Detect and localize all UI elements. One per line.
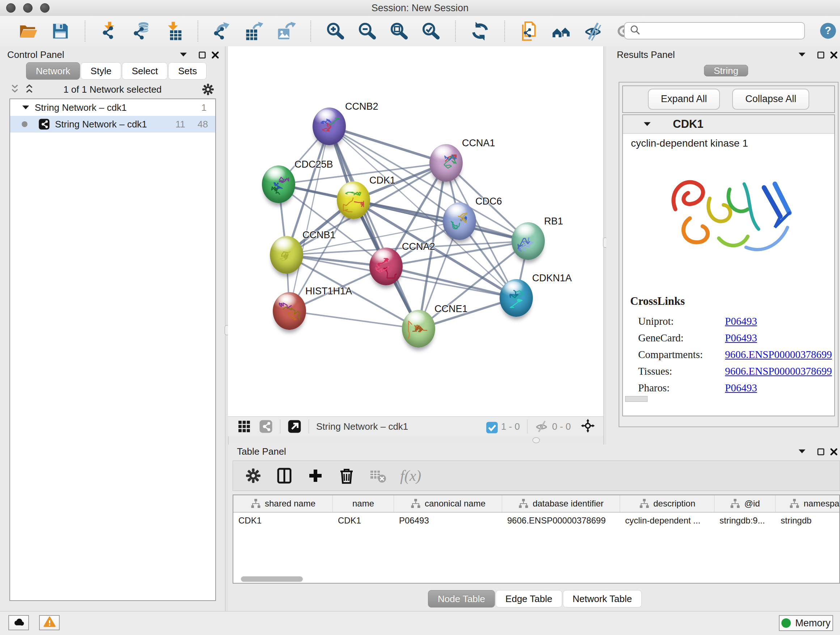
network-node-CCNB2[interactable] xyxy=(313,108,346,145)
tab-select[interactable]: Select xyxy=(122,62,167,80)
float-panel-icon[interactable] xyxy=(797,446,807,457)
crosslink-link[interactable]: 9606.ENSP00000378699 xyxy=(725,348,832,361)
restore-panel-icon[interactable] xyxy=(815,447,826,457)
table-panel: Table Panel f(x) shared namenamecanonica… xyxy=(228,445,840,611)
crosslink-link[interactable]: P06493 xyxy=(725,315,757,327)
zoom-selected-icon[interactable] xyxy=(421,21,441,41)
expand-all-button[interactable]: Expand All xyxy=(648,89,720,110)
column-header-canonical-name[interactable]: canonical name xyxy=(394,495,502,512)
crosslinks-title: CrossLinks xyxy=(630,295,832,308)
network-canvas[interactable]: CCNB2CCNA1CDC25BCDK1CDC6RB1CCNB1CCNA2CDK… xyxy=(228,46,603,416)
table-row[interactable]: CDK1CDK1P064939606.ENSP00000378699cyclin… xyxy=(233,513,839,529)
node-label-CCNB1: CCNB1 xyxy=(302,230,336,241)
column-label: name xyxy=(352,499,374,509)
gene-section: CDK1 cyclin-dependent kinase 1 CrossLink… xyxy=(622,114,835,416)
refresh-icon[interactable] xyxy=(470,21,490,41)
crosslinks-block: CrossLinks Uniprot: P06493GeneCard: P064… xyxy=(630,295,832,396)
memory-button[interactable]: Memory xyxy=(779,615,833,631)
network-node-CCNB1[interactable] xyxy=(270,236,303,274)
search-input[interactable] xyxy=(641,23,804,38)
network-node-CDK1[interactable] xyxy=(337,181,370,219)
function-builder-icon: f(x) xyxy=(400,467,421,485)
export-network-icon[interactable] xyxy=(213,21,232,41)
zoom-fit-icon[interactable] xyxy=(389,21,409,41)
node-label-CDK1: CDK1 xyxy=(369,175,395,186)
network-edges xyxy=(228,46,603,416)
column-header-name[interactable]: name xyxy=(333,495,394,512)
network-node-CDC25B[interactable] xyxy=(262,165,295,203)
search-field[interactable] xyxy=(624,22,805,40)
zoom-out-icon[interactable] xyxy=(357,21,377,41)
network-options-gear-icon[interactable] xyxy=(201,82,215,96)
help-button[interactable]: ? xyxy=(819,22,837,40)
import-database-icon[interactable] xyxy=(132,21,151,41)
tab-node-table[interactable]: Node Table xyxy=(428,590,495,608)
network-tree-row[interactable]: String Network – cdk1 1 xyxy=(10,99,215,116)
tab-style[interactable]: Style xyxy=(81,62,121,80)
show-columns-icon[interactable] xyxy=(276,467,293,485)
crosslink-link[interactable]: 9606.ENSP00000378699 xyxy=(725,365,832,377)
tab-network[interactable]: Network xyxy=(26,62,80,80)
table-settings-gear-icon[interactable] xyxy=(245,467,262,485)
svg-text:?: ? xyxy=(825,25,831,36)
export-image-icon[interactable] xyxy=(276,21,296,41)
column-header-shared-name[interactable]: shared name xyxy=(233,495,333,512)
horizontal-scrollbar[interactable] xyxy=(625,396,647,402)
column-header--id[interactable]: @id xyxy=(714,495,775,512)
float-panel-icon[interactable] xyxy=(797,49,807,60)
open-in-new-window-icon[interactable] xyxy=(287,420,302,433)
expander-icon[interactable] xyxy=(20,102,31,113)
network-node-CCNE1[interactable] xyxy=(402,310,435,348)
node-label-CCNB2: CCNB2 xyxy=(345,101,378,112)
import-table-icon[interactable] xyxy=(164,21,183,41)
tab-string[interactable]: String xyxy=(704,65,748,76)
gene-section-header[interactable]: CDK1 xyxy=(623,115,834,134)
crosslink-link[interactable]: P06493 xyxy=(725,382,757,394)
float-panel-icon[interactable] xyxy=(178,49,189,60)
zoom-in-icon[interactable] xyxy=(325,21,345,41)
network-node-HIST1H1A[interactable] xyxy=(273,292,306,330)
warnings-button[interactable] xyxy=(39,615,60,630)
collapse-section-icon[interactable] xyxy=(642,119,653,130)
export-table-icon[interactable] xyxy=(245,21,264,41)
restore-panel-icon[interactable] xyxy=(815,50,826,60)
add-column-icon[interactable] xyxy=(307,467,324,485)
tab-edge-table[interactable]: Edge Table xyxy=(496,590,562,608)
import-network-icon[interactable] xyxy=(100,21,119,41)
horizontal-splitter-handle[interactable] xyxy=(532,437,540,443)
save-session-icon[interactable] xyxy=(51,21,70,41)
close-panel-icon[interactable] xyxy=(829,447,839,457)
hidden-eye-slash-icon[interactable] xyxy=(535,420,548,433)
close-panel-icon[interactable] xyxy=(829,50,839,60)
control-panel-title: Control Panel xyxy=(7,49,65,60)
network-node-CCNA1[interactable] xyxy=(429,144,463,182)
birdseye-navigator-icon[interactable] xyxy=(581,419,596,434)
shared-column-icon xyxy=(639,498,650,509)
column-header-database-identifier[interactable]: database identifier xyxy=(502,495,620,512)
open-file-icon[interactable] xyxy=(19,21,38,41)
collapse-all-button[interactable]: Collapse All xyxy=(732,89,809,110)
hide-selected-icon[interactable] xyxy=(583,21,603,41)
table-horizontal-scrollbar[interactable] xyxy=(241,576,303,582)
first-neighbors-icon[interactable] xyxy=(551,21,571,41)
network-node-RB1[interactable] xyxy=(512,222,545,260)
network-badge-gray-icon[interactable] xyxy=(259,420,273,433)
network-tree-row[interactable]: String Network – cdk1 11 48 xyxy=(10,116,215,133)
crosslink-link[interactable]: P06493 xyxy=(725,332,757,344)
close-panel-icon[interactable] xyxy=(210,50,221,60)
network-node-CCNA2[interactable] xyxy=(369,248,403,285)
restore-panel-icon[interactable] xyxy=(197,50,208,60)
tab-network-table[interactable]: Network Table xyxy=(563,590,642,608)
selected-checkbox-icon[interactable] xyxy=(485,421,497,432)
show-grid-icon[interactable] xyxy=(237,420,251,433)
tab-sets[interactable]: Sets xyxy=(168,62,207,80)
column-label: namespace xyxy=(804,499,840,509)
cloud-status-button[interactable] xyxy=(8,615,29,630)
column-header-description[interactable]: description xyxy=(620,495,714,512)
column-header-namespace[interactable]: namespace xyxy=(775,495,840,512)
share-document-icon[interactable] xyxy=(519,21,539,41)
table-toolbar: f(x) xyxy=(233,461,840,491)
network-node-CDC6[interactable] xyxy=(443,203,476,240)
network-node-CDKN1A[interactable] xyxy=(500,279,533,317)
delete-column-icon[interactable] xyxy=(338,467,355,485)
